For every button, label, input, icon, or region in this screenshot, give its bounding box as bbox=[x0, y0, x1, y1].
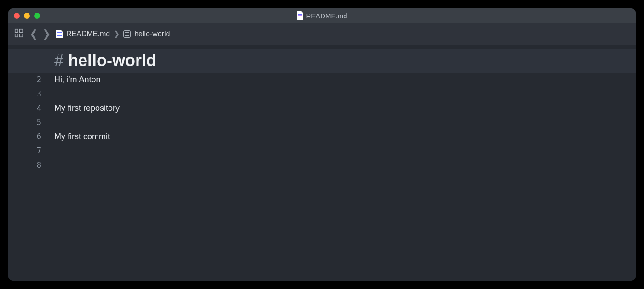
nav-back-button[interactable]: ❮ bbox=[29, 28, 38, 40]
line-number: 5 bbox=[8, 115, 41, 130]
line-number-gutter: 12345678 bbox=[8, 45, 49, 281]
line-number: 6 bbox=[8, 130, 41, 144]
nav-arrows: ❮ ❯ bbox=[29, 28, 51, 40]
editor-window: README.md ❮ ❯ README.md ❯ hello-world 12… bbox=[8, 8, 636, 281]
line-number: 4 bbox=[8, 101, 41, 115]
text-line[interactable] bbox=[49, 115, 636, 130]
text-line[interactable] bbox=[49, 144, 636, 158]
svg-rect-3 bbox=[20, 34, 23, 36]
window-title: README.md bbox=[8, 11, 636, 20]
file-icon bbox=[297, 11, 303, 20]
zoom-window-button[interactable] bbox=[34, 13, 40, 19]
svg-rect-1 bbox=[20, 29, 23, 32]
file-icon bbox=[56, 30, 63, 38]
text-line[interactable]: Hi, i'm Anton bbox=[49, 73, 636, 87]
section-icon bbox=[123, 30, 131, 38]
close-window-button[interactable] bbox=[14, 13, 20, 19]
markdown-hash: # bbox=[54, 51, 68, 70]
line-number: 2 bbox=[8, 73, 41, 87]
heading-line[interactable]: # hello-world bbox=[8, 49, 636, 73]
line-number: 3 bbox=[8, 87, 41, 101]
toolbar: ❮ ❯ README.md ❯ hello-world bbox=[8, 23, 636, 45]
line-number: 7 bbox=[8, 144, 41, 158]
svg-rect-2 bbox=[15, 34, 18, 36]
text-line[interactable] bbox=[49, 158, 636, 172]
minimize-window-button[interactable] bbox=[24, 13, 30, 19]
titlebar: README.md bbox=[8, 8, 636, 23]
breadcrumb-file[interactable]: README.md bbox=[66, 30, 110, 38]
text-line[interactable]: My first repository bbox=[49, 101, 636, 115]
editor-area[interactable]: 12345678 # hello-worldHi, i'm AntonMy fi… bbox=[8, 45, 636, 281]
line-number: 8 bbox=[8, 158, 41, 172]
chevron-right-icon: ❯ bbox=[114, 29, 120, 38]
svg-rect-0 bbox=[15, 29, 18, 32]
breadcrumb-section[interactable]: hello-world bbox=[134, 30, 170, 38]
nav-forward-button[interactable]: ❯ bbox=[42, 28, 51, 40]
text-line[interactable] bbox=[49, 87, 636, 101]
layout-grid-icon[interactable] bbox=[14, 28, 24, 40]
text-line[interactable]: My first commit bbox=[49, 130, 636, 144]
window-title-text: README.md bbox=[306, 12, 347, 20]
window-controls bbox=[14, 13, 40, 19]
heading-text: hello-world bbox=[68, 51, 156, 70]
code-content[interactable]: # hello-worldHi, i'm AntonMy first repos… bbox=[49, 45, 636, 281]
breadcrumb: README.md ❯ hello-world bbox=[56, 29, 170, 38]
